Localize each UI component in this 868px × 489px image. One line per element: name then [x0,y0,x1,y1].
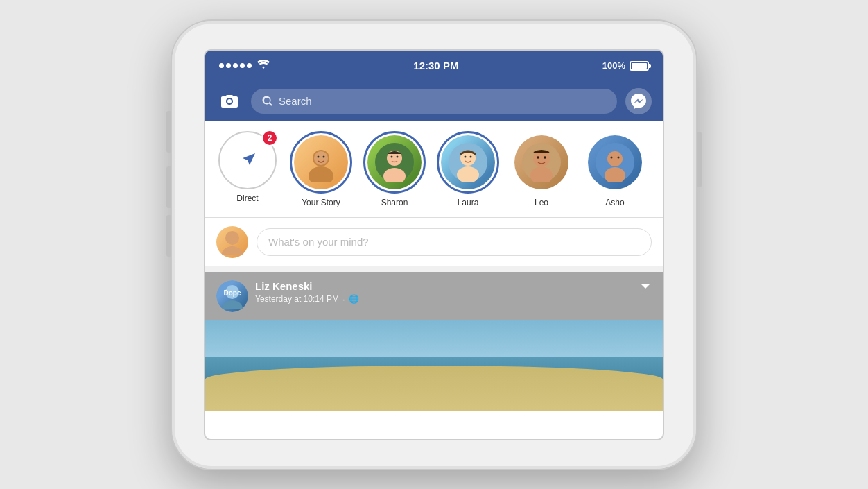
story-item-leo[interactable]: Leo [510,131,573,207]
direct-label: Direct [236,194,258,203]
story-ring-ashley [584,131,646,194]
story-ring-leo [510,131,573,194]
story-ring-laura [437,131,499,194]
svg-point-3 [314,151,328,165]
messenger-button[interactable] [625,88,652,114]
post-avatar: Dope [216,280,248,312]
signal-dot [233,63,238,68]
ashley-face [596,143,634,182]
your-story-face [302,143,340,182]
post-time: Yesterday at 10:14 PM · 🌐 [255,294,359,304]
wifi-icon [257,60,270,72]
phone-screen: 12:30 PM 100% [205,51,663,439]
post-image [205,320,663,411]
svg-point-13 [465,155,467,157]
svg-point-17 [533,151,550,167]
story-item-ashley[interactable]: Asho [584,131,646,207]
svg-point-4 [318,155,320,157]
sharon-label: Sharon [381,198,408,207]
story-item-sharon[interactable]: Sharon [363,131,426,207]
story-item-your-story[interactable]: Your Story [290,131,352,207]
svg-point-26 [225,231,239,245]
beach-sand [205,366,663,411]
leo-label: Leo [535,198,548,207]
story-ring-your-story [290,131,352,194]
signal-dot [226,63,231,68]
svg-point-19 [544,156,546,159]
composer-avatar [216,226,248,258]
svg-point-27 [222,246,243,255]
sharon-face [375,143,414,182]
post-more-button[interactable] [639,279,652,297]
post-author-name: Liz Keneski [255,280,359,292]
chevron-down-icon [639,280,652,293]
composer-avatar-icon [222,230,243,255]
svg-point-22 [607,151,623,166]
svg-point-8 [391,155,393,157]
your-story-avatar [294,135,348,189]
post-timestamp: Yesterday at 10:14 PM [255,294,339,304]
svg-text:Dope: Dope [224,289,241,297]
svg-point-0 [227,99,232,103]
svg-point-9 [397,155,399,157]
camera-icon [220,94,238,109]
post-author-info: Dope Liz Keneski Yesterday at 10:14 PM ·… [216,280,359,312]
signal-dot [247,63,252,68]
svg-point-29 [222,300,243,309]
composer-placeholder: What's on your mind? [268,236,369,248]
leo-avatar [514,135,568,189]
your-story-label: Your Story [302,198,340,207]
search-bar[interactable]: Search [251,89,617,114]
post-meta: Liz Keneski Yesterday at 10:14 PM · 🌐 [255,280,359,304]
post-header: Dope Liz Keneski Yesterday at 10:14 PM ·… [205,272,663,320]
direct-icon [233,146,262,175]
story-item-direct[interactable]: 2 Direct [216,131,279,207]
what-on-mind-input[interactable]: What's on your mind? [257,228,652,256]
svg-point-24 [618,156,620,158]
laura-avatar [441,135,495,189]
status-bar: 12:30 PM 100% [205,51,663,81]
leo-face [522,143,561,182]
post-card: Dope Liz Keneski Yesterday at 10:14 PM ·… [205,272,663,411]
signal-dots [219,63,252,68]
story-ring-sharon [363,131,426,194]
laura-face [449,143,487,182]
story-item-laura[interactable]: Laura [437,131,499,207]
laura-label: Laura [458,198,479,207]
status-right: 100% [602,60,649,71]
post-composer: What's on your mind? [205,218,663,272]
liz-avatar: Dope [216,280,248,312]
nav-bar: Search [205,81,663,121]
camera-button[interactable] [216,88,243,114]
svg-point-5 [323,155,325,157]
direct-circle: 2 [218,131,277,189]
status-time: 12:30 PM [413,60,458,71]
sharon-avatar [367,135,422,189]
search-placeholder: Search [279,95,312,107]
svg-point-23 [611,156,613,158]
phone-wrapper: 12:30 PM 100% [171,19,697,470]
svg-point-2 [309,166,333,182]
ashley-label: Asho [605,198,624,207]
post-visibility-icon: 🌐 [349,294,359,304]
globe-icon: · [342,294,345,304]
messenger-icon [631,94,646,109]
svg-point-18 [537,156,539,159]
signal-dot [219,63,224,68]
status-left [219,60,270,72]
signal-dot [240,63,245,68]
stories-section: 2 Direct [205,121,663,218]
ashley-avatar [588,135,642,189]
battery-icon [630,61,649,71]
battery-percent: 100% [602,60,625,71]
composer-avatar-inner [216,226,248,258]
svg-point-14 [470,155,472,157]
liz-avatar-icon: Dope [222,284,243,309]
search-icon [262,96,273,107]
direct-badge: 2 [261,130,278,146]
